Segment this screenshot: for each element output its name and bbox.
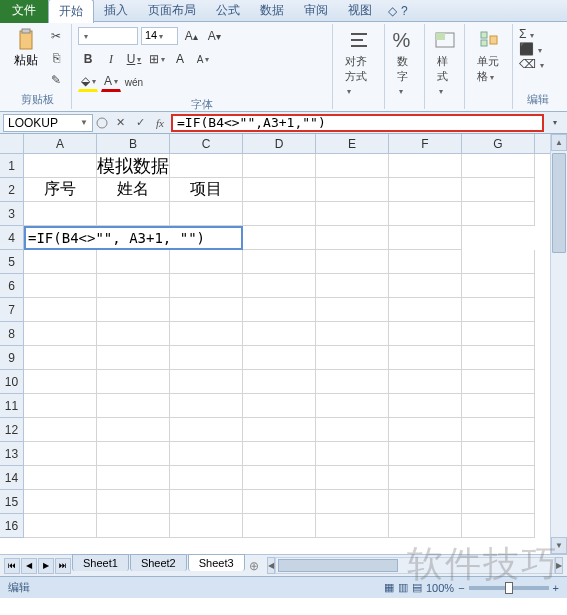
row-header[interactable]: 9 [0, 346, 23, 370]
cell[interactable] [170, 370, 243, 394]
cell[interactable] [389, 226, 462, 250]
cell[interactable] [24, 202, 97, 226]
prev-sheet-button[interactable]: ◀ [21, 558, 37, 574]
cell[interactable] [462, 442, 535, 466]
cell[interactable] [389, 178, 462, 202]
row-header[interactable]: 3 [0, 202, 23, 226]
cell[interactable] [389, 514, 462, 538]
font-color-button[interactable]: A [101, 72, 121, 92]
cell[interactable]: 姓名 [97, 178, 170, 202]
cell[interactable] [243, 370, 316, 394]
cell[interactable] [316, 418, 389, 442]
row-header[interactable]: 15 [0, 490, 23, 514]
cell[interactable] [389, 370, 462, 394]
cell[interactable] [97, 466, 170, 490]
cell[interactable] [462, 298, 535, 322]
col-header[interactable]: B [97, 134, 170, 153]
align-button[interactable]: 对齐方式 [339, 26, 378, 98]
number-button[interactable]: % 数字 [391, 26, 418, 98]
cell[interactable] [316, 394, 389, 418]
vertical-scrollbar[interactable]: ▲ ▼ [550, 134, 567, 554]
cell[interactable] [316, 346, 389, 370]
cell[interactable] [462, 466, 535, 490]
row-header[interactable]: 7 [0, 298, 23, 322]
cell[interactable] [389, 394, 462, 418]
cell[interactable] [243, 274, 316, 298]
cell[interactable] [24, 298, 97, 322]
cell[interactable] [462, 346, 535, 370]
cell[interactable] [243, 346, 316, 370]
row-header[interactable]: 4 [0, 226, 23, 250]
sheet-tab[interactable]: Sheet2 [130, 554, 187, 571]
cut-button[interactable]: ✂ [46, 26, 66, 46]
name-box[interactable]: LOOKUP▼ [3, 114, 93, 132]
cell[interactable] [462, 202, 535, 226]
cell[interactable] [389, 322, 462, 346]
cell[interactable] [316, 178, 389, 202]
format-painter-button[interactable]: ✎ [46, 70, 66, 90]
row-header[interactable]: 2 [0, 178, 23, 202]
cell[interactable]: 项目 [170, 178, 243, 202]
cell[interactable] [24, 466, 97, 490]
zoom-slider[interactable] [469, 586, 549, 590]
cell[interactable] [24, 250, 97, 274]
clear-button[interactable]: ⌫ [519, 57, 536, 71]
phonetic-button[interactable]: wén [124, 72, 144, 92]
cell[interactable] [24, 490, 97, 514]
cell[interactable]: 序号 [24, 178, 97, 202]
row-header[interactable]: 14 [0, 466, 23, 490]
cell[interactable] [316, 250, 389, 274]
first-sheet-button[interactable]: ⏮ [4, 558, 20, 574]
cell[interactable] [462, 322, 535, 346]
cell[interactable] [243, 466, 316, 490]
row-header[interactable]: 6 [0, 274, 23, 298]
zoom-level[interactable]: 100% [426, 582, 454, 594]
row-header[interactable]: 8 [0, 322, 23, 346]
scroll-up-button[interactable]: ▲ [551, 134, 567, 151]
view-normal-icon[interactable]: ▦ [384, 581, 394, 594]
cell[interactable] [24, 394, 97, 418]
increase-size-button[interactable]: A▴ [181, 26, 201, 46]
cell[interactable] [170, 250, 243, 274]
col-header[interactable]: G [462, 134, 535, 153]
cell[interactable] [462, 370, 535, 394]
cell[interactable] [243, 514, 316, 538]
sheet-tab-active[interactable]: Sheet3 [188, 554, 245, 571]
cell[interactable] [389, 490, 462, 514]
tab-file[interactable]: 文件 [0, 0, 48, 23]
cell[interactable] [316, 466, 389, 490]
cell[interactable] [97, 490, 170, 514]
decrease-size-button[interactable]: A▾ [204, 26, 224, 46]
zoom-in-button[interactable]: + [553, 582, 559, 594]
cell[interactable] [170, 298, 243, 322]
border-button[interactable]: ⊞ [147, 49, 167, 69]
scroll-down-button[interactable]: ▼ [551, 537, 567, 554]
cell[interactable] [97, 202, 170, 226]
cell[interactable] [97, 394, 170, 418]
cell[interactable] [24, 442, 97, 466]
cell[interactable] [316, 322, 389, 346]
col-header[interactable]: C [170, 134, 243, 153]
cell[interactable] [170, 490, 243, 514]
sheet-tab[interactable]: Sheet1 [72, 554, 129, 571]
cell[interactable] [243, 226, 316, 250]
cell[interactable] [243, 202, 316, 226]
cell[interactable] [24, 514, 97, 538]
cell[interactable] [243, 442, 316, 466]
row-header[interactable]: 11 [0, 394, 23, 418]
cell[interactable] [243, 322, 316, 346]
cell[interactable] [97, 514, 170, 538]
last-sheet-button[interactable]: ⏭ [55, 558, 71, 574]
styles-button[interactable]: 样式 [431, 26, 458, 98]
bold-button[interactable]: B [78, 49, 98, 69]
new-sheet-button[interactable]: ⊕ [249, 559, 259, 573]
col-header[interactable]: E [316, 134, 389, 153]
cell[interactable] [389, 250, 462, 274]
paste-button[interactable]: 粘贴 [10, 26, 42, 90]
row-header[interactable]: 12 [0, 418, 23, 442]
tab-data[interactable]: 数据 [250, 0, 294, 22]
cell[interactable] [170, 418, 243, 442]
scroll-thumb[interactable] [278, 559, 398, 572]
col-header[interactable]: D [243, 134, 316, 153]
row-header[interactable]: 10 [0, 370, 23, 394]
